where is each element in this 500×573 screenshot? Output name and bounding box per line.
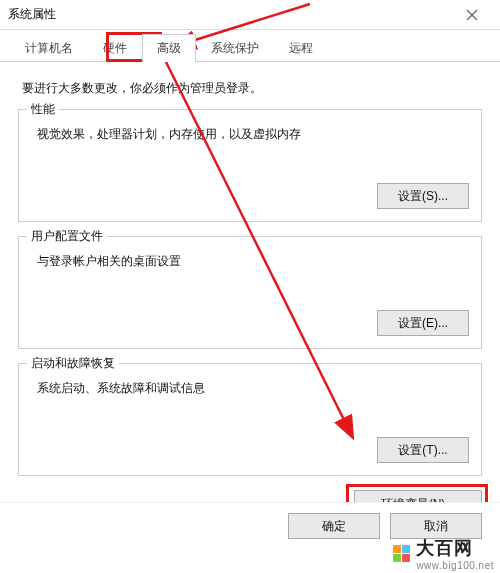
watermark: 大百网 www.big100.net xyxy=(392,536,494,571)
startup-desc: 系统启动、系统故障和调试信息 xyxy=(37,380,469,397)
startup-settings-button[interactable]: 设置(T)... xyxy=(377,437,469,463)
tab-computername[interactable]: 计算机名 xyxy=(10,34,88,62)
watermark-brand: 大百网 xyxy=(416,536,494,560)
tab-systemprotection[interactable]: 系统保护 xyxy=(196,34,274,62)
dialog-button-bar: 确定 取消 xyxy=(0,502,500,539)
performance-settings-button[interactable]: 设置(S)... xyxy=(377,183,469,209)
tab-remote[interactable]: 远程 xyxy=(274,34,328,62)
userprofiles-desc: 与登录帐户相关的桌面设置 xyxy=(37,253,469,270)
group-performance: 视觉效果，处理器计划，内存使用，以及虚拟内存 设置(S)... xyxy=(18,109,482,222)
watermark-url: www.big100.net xyxy=(416,560,494,571)
ok-button[interactable]: 确定 xyxy=(288,513,380,539)
performance-desc: 视觉效果，处理器计划，内存使用，以及虚拟内存 xyxy=(37,126,469,143)
tab-bar: 计算机名 硬件 高级 系统保护 远程 xyxy=(0,30,500,62)
close-button[interactable] xyxy=(452,1,492,29)
tab-hardware[interactable]: 硬件 xyxy=(88,34,142,62)
close-icon xyxy=(466,9,478,21)
userprofiles-settings-button[interactable]: 设置(E)... xyxy=(377,310,469,336)
group-startup: 系统启动、系统故障和调试信息 设置(T)... xyxy=(18,363,482,476)
titlebar: 系统属性 xyxy=(0,0,500,30)
tab-content-advanced: 要进行大多数更改，你必须作为管理员登录。 视觉效果，处理器计划，内存使用，以及虚… xyxy=(0,62,500,476)
admin-note: 要进行大多数更改，你必须作为管理员登录。 xyxy=(22,80,482,97)
group-userprofiles: 与登录帐户相关的桌面设置 设置(E)... xyxy=(18,236,482,349)
watermark-logo-icon xyxy=(392,545,410,563)
tab-advanced[interactable]: 高级 xyxy=(142,34,196,62)
window-title: 系统属性 xyxy=(8,6,452,23)
